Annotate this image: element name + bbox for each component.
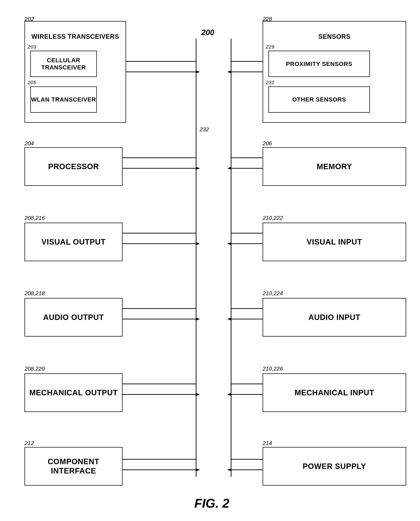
memory-label: MEMORY — [317, 162, 352, 171]
ref-231: 231 — [266, 80, 275, 86]
svg-marker-13 — [196, 167, 200, 170]
svg-marker-49 — [227, 468, 231, 471]
processor-box: PROCESSOR — [24, 147, 123, 186]
other-sensors-label: OTHER SENSORS — [292, 96, 346, 103]
ref-205: 205 — [28, 80, 37, 86]
ref-210-226: 210,226 — [262, 365, 283, 372]
cellular-transceiver-label: CELLULAR TRANSCEIVER — [31, 57, 96, 71]
ref-214: 214 — [262, 440, 272, 446]
ref-208-218: 208,218 — [24, 290, 45, 297]
svg-marker-41 — [227, 393, 231, 396]
proximity-sensors-box: PROXIMITY SENSORS — [268, 51, 370, 77]
audio-input-label: AUDIO INPUT — [308, 313, 360, 322]
processor-label: PROCESSOR — [48, 162, 99, 171]
ref-208-216: 208,216 — [24, 215, 45, 221]
ref-210-224: 210,224 — [262, 290, 283, 297]
audio-output-box: AUDIO OUTPUT — [24, 298, 123, 337]
svg-marker-29 — [196, 318, 200, 320]
svg-marker-17 — [227, 167, 231, 170]
ref-212: 212 — [24, 440, 34, 446]
svg-marker-21 — [196, 242, 200, 245]
component-interface-box: COMPONENT INTERFACE — [24, 447, 123, 486]
svg-marker-37 — [196, 393, 200, 396]
other-sensors-box: OTHER SENSORS — [268, 86, 370, 113]
wireless-transceivers-outer-box: WIRELESS TRANSCEIVERS 203 CELLULAR TRANS… — [24, 21, 126, 123]
mechanical-input-label: MECHANICAL INPUT — [294, 388, 374, 397]
wlan-transceiver-label: WLAN TRANSCEIVER — [31, 96, 96, 103]
power-supply-label: POWER SUPPLY — [303, 462, 366, 471]
center-label-200: 200 — [201, 28, 214, 37]
svg-marker-5 — [196, 70, 200, 73]
power-supply-box: POWER SUPPLY — [262, 447, 406, 486]
mechanical-input-box: MECHANICAL INPUT — [262, 373, 406, 412]
svg-marker-25 — [227, 242, 231, 245]
visual-output-label: VISUAL OUTPUT — [42, 237, 106, 247]
ref-232: 232 — [200, 126, 209, 133]
component-interface-label: COMPONENT INTERFACE — [25, 457, 122, 476]
audio-input-box: AUDIO INPUT — [262, 298, 406, 337]
visual-input-label: VISUAL INPUT — [307, 237, 362, 247]
sensors-label: SENSORS — [318, 33, 350, 40]
mechanical-output-box: MECHANICAL OUTPUT — [24, 373, 123, 412]
visual-input-box: VISUAL INPUT — [262, 223, 406, 261]
wireless-transceivers-label: WIRELESS TRANSCEIVERS — [31, 33, 119, 40]
ref-206: 206 — [262, 140, 272, 147]
svg-marker-45 — [196, 468, 200, 471]
ref-203: 203 — [28, 44, 37, 50]
wlan-transceiver-box: WLAN TRANSCEIVER — [30, 86, 97, 113]
audio-output-label: AUDIO OUTPUT — [43, 313, 104, 322]
sensors-outer-box: SENSORS 229 PROXIMITY SENSORS 231 OTHER … — [262, 21, 406, 123]
mechanical-output-label: MECHANICAL OUTPUT — [29, 388, 118, 397]
proximity-sensors-label: PROXIMITY SENSORS — [286, 60, 352, 68]
ref-210-222: 210,222 — [262, 215, 283, 221]
svg-marker-33 — [227, 318, 231, 320]
svg-marker-9 — [227, 70, 231, 73]
ref-204: 204 — [24, 140, 34, 147]
ref-208-220: 208,220 — [24, 365, 45, 372]
diagram: 202 WIRELESS TRANSCEIVERS 203 CELLULAR T… — [10, 7, 410, 511]
cellular-transceiver-box: CELLULAR TRANSCEIVER — [30, 51, 97, 77]
visual-output-box: VISUAL OUTPUT — [24, 223, 123, 261]
figure-label: FIG. 2 — [168, 496, 256, 511]
ref-229: 229 — [266, 44, 275, 50]
memory-box: MEMORY — [262, 147, 406, 186]
